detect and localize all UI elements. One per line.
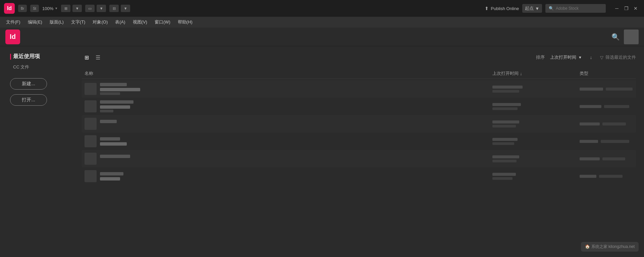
date-bar-1	[492, 86, 523, 89]
toolbar-grid-icon[interactable]: ⊞	[61, 5, 70, 12]
date-bar-2	[492, 125, 516, 127]
open-button[interactable]: 打开...	[10, 94, 47, 106]
date-bar-1	[492, 138, 518, 141]
file-name-bar	[100, 83, 127, 86]
toolbar-frame-icon[interactable]: ▭	[85, 5, 95, 12]
watermark-text: 系统之家 kitongzhua.net	[591, 244, 635, 249]
window-controls: ─ ❐ ✕	[612, 4, 640, 13]
header-name: 名称	[85, 70, 492, 76]
bridge-button[interactable]: Br	[18, 5, 27, 12]
toolbar-panel-icon[interactable]: ⊟	[109, 5, 119, 12]
date-bar-2	[492, 142, 514, 145]
close-button[interactable]: ✕	[631, 4, 640, 13]
date-bar-2	[492, 160, 517, 162]
file-info	[100, 120, 117, 128]
date-bar-2	[492, 177, 513, 180]
table-row[interactable]	[82, 150, 636, 167]
cell-type	[580, 122, 633, 125]
cell-date	[492, 120, 580, 127]
header-last-opened[interactable]: 上次打开时间 ↓	[492, 70, 580, 76]
file-name-extra-bar	[100, 142, 127, 146]
type-bar-2	[602, 157, 625, 160]
toolbar-frame-dropdown-icon[interactable]: ▼	[97, 5, 106, 12]
table-row[interactable]	[82, 133, 636, 150]
cell-type	[580, 105, 633, 108]
type-bar-2	[606, 88, 633, 91]
adobe-stock-search[interactable]: 🔍	[545, 4, 606, 13]
table-row[interactable]	[82, 167, 636, 185]
table-row[interactable]	[82, 115, 636, 133]
table-row[interactable]	[82, 98, 636, 115]
search-icon-big[interactable]: 🔍	[611, 33, 620, 41]
stock-search-input[interactable]	[556, 6, 599, 11]
toolbar-panel-dropdown-icon[interactable]: ▼	[121, 5, 130, 12]
zoom-value: 100%	[42, 6, 53, 11]
filter-button[interactable]: ▽ 筛选最近的文件	[600, 54, 636, 60]
cell-name	[85, 118, 492, 130]
menu-layout[interactable]: 版面(L)	[46, 18, 67, 27]
publish-online-button[interactable]: ⬆ Publish Online	[485, 6, 519, 11]
cell-date	[492, 173, 580, 180]
cell-name	[85, 135, 492, 147]
file-name-bar	[100, 172, 123, 175]
file-name-extra-bar	[100, 177, 120, 181]
publish-online-label: Publish Online	[491, 6, 519, 11]
stock-search-icon: 🔍	[549, 6, 554, 11]
workspace-selector[interactable]: 起点 ▼	[522, 4, 542, 13]
file-thumbnail	[85, 83, 97, 95]
file-rows-container	[82, 80, 636, 185]
cc-files-label[interactable]: CC 文件	[13, 64, 67, 70]
stock-button[interactable]: St	[30, 5, 39, 12]
zoom-dropdown-icon[interactable]: ▼	[55, 7, 58, 10]
table-header: 名称 上次打开时间 ↓ 类型	[82, 68, 636, 79]
sort-dropdown-icon: ▼	[578, 55, 582, 59]
sort-direction-button[interactable]: ↓	[587, 54, 595, 61]
date-bar-2	[492, 107, 518, 110]
file-thumbnail	[85, 170, 97, 182]
toolbar-dropdown-icon[interactable]: ▼	[72, 5, 82, 12]
file-name-bar	[100, 137, 120, 141]
cell-date	[492, 155, 580, 162]
minimize-button[interactable]: ─	[612, 4, 621, 13]
cell-type	[580, 88, 633, 91]
menu-table[interactable]: 表(A)	[112, 18, 128, 27]
new-button[interactable]: 新建...	[10, 78, 47, 90]
restore-button[interactable]: ❐	[622, 4, 631, 13]
file-thumbnail	[85, 100, 97, 112]
date-bar-2	[492, 90, 519, 93]
file-thumbnail	[85, 153, 97, 165]
recent-section-title: 最近使用项	[10, 53, 67, 60]
content-area: ⊞ ☰ 排序 上次打开时间 ▼ ↓ ▽ 筛选最近的文件 名称	[74, 46, 644, 257]
type-bar-1	[580, 140, 598, 143]
menu-help[interactable]: 帮助(H)	[174, 18, 196, 27]
date-bar-1	[492, 120, 519, 123]
cell-name	[85, 100, 492, 112]
table-row[interactable]	[82, 80, 636, 98]
watermark: 🏠 系统之家 kitongzhua.net	[581, 242, 639, 252]
file-name-extra-bar	[100, 105, 130, 109]
list-view-button[interactable]: ☰	[93, 53, 103, 62]
file-info	[100, 172, 123, 181]
id-logo: Id	[5, 30, 20, 44]
header-type: 类型	[580, 70, 633, 76]
file-info	[100, 83, 140, 95]
sort-filter-bar: ⊞ ☰ 排序 上次打开时间 ▼ ↓ ▽ 筛选最近的文件	[82, 53, 636, 62]
app-icon-id: Id	[4, 3, 15, 14]
cell-name	[85, 153, 492, 165]
menu-type[interactable]: 文字(T)	[68, 18, 89, 27]
sort-selector[interactable]: 上次打开时间 ▼	[550, 54, 582, 60]
date-bar-1	[492, 155, 519, 158]
toolbar-group-3: ⊟ ▼	[109, 5, 130, 12]
cell-type	[580, 140, 633, 143]
menu-object[interactable]: 对象(O)	[89, 18, 111, 27]
user-avatar-box[interactable]	[624, 30, 639, 44]
menu-edit[interactable]: 编辑(E)	[24, 18, 46, 27]
file-thumbnail	[85, 118, 97, 130]
title-bar: Id Br St 100% ▼ ⊞ ▼ ▭ ▼ ⊟ ▼ ⬆ Publish On…	[0, 0, 644, 17]
type-bar-2	[602, 122, 626, 125]
menu-file[interactable]: 文件(F)	[3, 18, 24, 27]
file-info	[100, 155, 130, 163]
menu-window[interactable]: 窗口(W)	[151, 18, 174, 27]
menu-view[interactable]: 视图(V)	[129, 18, 151, 27]
grid-view-button[interactable]: ⊞	[82, 53, 91, 62]
